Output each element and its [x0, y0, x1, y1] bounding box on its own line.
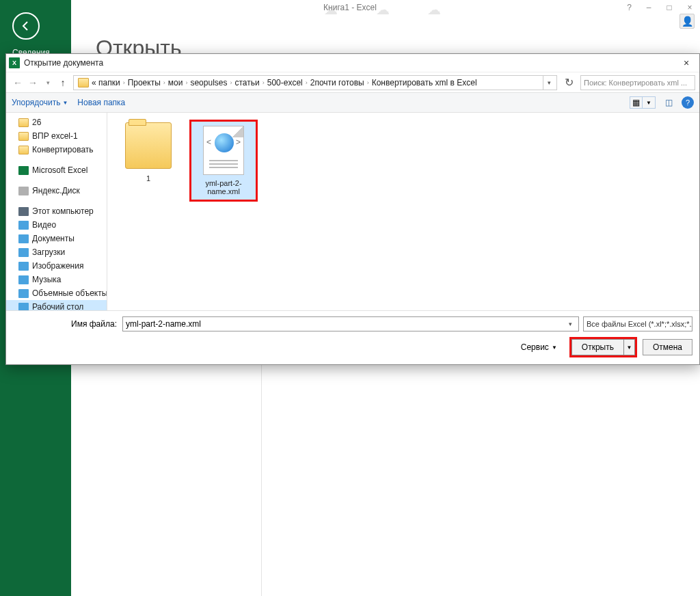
- tree-item-desktop[interactable]: Рабочий стол: [6, 300, 107, 310]
- documents-icon: [18, 234, 29, 243]
- folder-icon: [18, 146, 29, 154]
- address-bar[interactable]: « папки › Проекты › мои › seopulses › ст…: [73, 75, 557, 90]
- account-avatar[interactable]: 👤: [679, 14, 695, 29]
- app-title: Книга1 - Excel: [323, 3, 377, 12]
- tree-item[interactable]: Документы: [6, 232, 107, 245]
- breadcrumb-seg[interactable]: 500-excel: [267, 78, 303, 87]
- breadcrumb-seg[interactable]: Конвертировать xml в Excel: [372, 78, 477, 87]
- tree-item[interactable]: Конвертировать: [6, 143, 107, 157]
- downloads-icon: [18, 248, 29, 257]
- tree-item-excel[interactable]: Microsoft Excel: [6, 163, 107, 177]
- back-button[interactable]: [12, 12, 40, 40]
- yandex-disk-icon: [18, 187, 29, 195]
- tree-item-thispc[interactable]: Этот компьютер: [6, 204, 107, 218]
- new-folder-button[interactable]: Новая папка: [77, 98, 125, 107]
- tree-item[interactable]: ВПР excel-1: [6, 129, 107, 143]
- chevron-right-icon[interactable]: ›: [230, 79, 232, 86]
- folder-tile[interactable]: 1: [114, 120, 183, 182]
- dialog-close-button[interactable]: ×: [676, 55, 697, 70]
- open-split-button[interactable]: ▼: [624, 339, 635, 355]
- open-button-highlight: Открыть ▼: [569, 337, 637, 357]
- folder-icon: [125, 122, 172, 169]
- file-type-filter[interactable]: Все файлы Excel (*.xl*;*.xlsx;*.xlsm;*.x…: [583, 316, 692, 331]
- open-button[interactable]: Открыть: [571, 339, 624, 355]
- breadcrumb-seg[interactable]: seopulses: [190, 78, 227, 87]
- file-open-dialog: X Открытие документа × ← → ▾ ↑ « папки ›…: [5, 53, 700, 365]
- breadcrumb-seg[interactable]: 2почти готовы: [310, 78, 364, 87]
- xml-file-tile[interactable]: <> yml-part-2-name.xml: [189, 120, 258, 202]
- filter-text: Все файлы Excel (*.xl*;*.xlsx;*.xlsm;*.x…: [587, 320, 692, 328]
- objects3d-icon: [18, 289, 29, 298]
- dialog-footer: Имя файла: ▾ Все файлы Excel (*.xl*;*.xl…: [6, 310, 699, 364]
- view-mode-button[interactable]: ▦ ▼: [630, 96, 656, 109]
- file-name: yml-part-2-name.xml: [193, 179, 254, 195]
- nav-forward-button[interactable]: →: [25, 75, 40, 90]
- minimize-button[interactable]: –: [638, 0, 659, 15]
- file-list[interactable]: 1 <> yml-part-2-name.xml: [107, 113, 699, 310]
- tree-item[interactable]: 26: [6, 116, 107, 129]
- file-name: 1: [114, 174, 183, 182]
- filename-history-button[interactable]: ▾: [565, 321, 576, 327]
- dialog-toolbar: Упорядочить▼ Новая папка ▦ ▼ ◫ ?: [6, 92, 699, 113]
- tools-button[interactable]: Сервис▼: [521, 342, 557, 352]
- filename-label: Имя файла:: [13, 319, 122, 329]
- music-icon: [18, 275, 29, 284]
- chevron-right-icon[interactable]: ›: [185, 79, 187, 86]
- filename-input[interactable]: ▾: [122, 316, 579, 331]
- desktop-icon: [18, 303, 29, 311]
- chevron-down-icon: ▼: [643, 97, 655, 108]
- excel-icon: X: [9, 57, 20, 68]
- maximize-button[interactable]: □: [659, 0, 679, 15]
- tree-item-yadisk[interactable]: Яндекс.Диск: [6, 184, 107, 198]
- filename-text[interactable]: [126, 319, 565, 329]
- chevron-right-icon[interactable]: ›: [367, 79, 369, 86]
- view-icons-icon: ▦: [630, 97, 643, 108]
- folder-icon: [78, 78, 89, 87]
- tree-item[interactable]: Видео: [6, 218, 107, 232]
- chevron-right-icon[interactable]: ›: [262, 79, 265, 86]
- video-icon: [18, 221, 29, 230]
- tree-item[interactable]: Изображения: [6, 259, 107, 273]
- address-history-button[interactable]: ▾: [543, 75, 555, 90]
- dialog-title: Открытие документа: [24, 58, 676, 68]
- excel-icon: [18, 166, 29, 175]
- breadcrumb-seg[interactable]: статьи: [234, 78, 259, 87]
- folder-tree[interactable]: 26 ВПР excel-1 Конвертировать Microsoft …: [6, 113, 107, 310]
- tree-item[interactable]: Загрузки: [6, 245, 107, 259]
- nav-up-button[interactable]: ↑: [55, 75, 70, 90]
- refresh-button[interactable]: ↻: [561, 75, 576, 90]
- preview-pane-button[interactable]: ◫: [661, 96, 676, 109]
- dialog-titlebar: X Открытие документа ×: [6, 54, 699, 72]
- folder-icon: [18, 132, 29, 141]
- computer-icon: [18, 207, 29, 216]
- chevron-right-icon[interactable]: ›: [306, 79, 308, 86]
- search-input[interactable]: Поиск: Конвертировать xml ...: [580, 75, 695, 90]
- help-button[interactable]: ?: [682, 96, 694, 109]
- breadcrumb-seg[interactable]: Проекты: [128, 78, 161, 87]
- cancel-button[interactable]: Отмена: [643, 339, 692, 355]
- dialog-nav: ← → ▾ ↑ « папки › Проекты › мои › seopul…: [6, 72, 699, 92]
- help-icon[interactable]: ?: [627, 3, 632, 12]
- close-button[interactable]: ×: [679, 0, 700, 15]
- tree-item[interactable]: Объемные объекты: [6, 286, 107, 300]
- organize-button[interactable]: Упорядочить▼: [12, 98, 68, 107]
- folder-icon: [18, 118, 29, 127]
- breadcrumb-prefix[interactable]: « папки: [92, 78, 120, 87]
- chevron-right-icon[interactable]: ›: [123, 79, 125, 86]
- chevron-right-icon[interactable]: ›: [163, 79, 165, 86]
- tree-item[interactable]: Музыка: [6, 273, 107, 286]
- nav-recent-button[interactable]: ▾: [40, 75, 55, 90]
- xml-file-icon: <>: [203, 126, 244, 175]
- nav-back-button[interactable]: ←: [10, 75, 25, 90]
- breadcrumb-seg[interactable]: мои: [168, 78, 183, 87]
- pictures-icon: [18, 262, 29, 271]
